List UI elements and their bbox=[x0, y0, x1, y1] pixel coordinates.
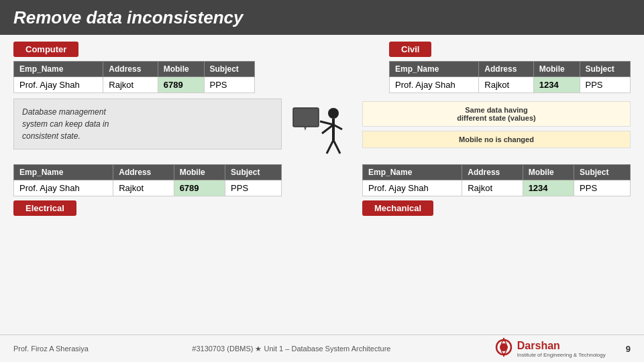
middle-row: Database managementsystem can keep data … bbox=[13, 99, 631, 162]
mechanical-td-mobile: 1234 bbox=[523, 180, 574, 196]
electrical-table: Emp_Name Address Mobile Subject Prof. Aj… bbox=[13, 164, 282, 196]
civil-table-header-row: Emp_Name Address Mobile Subject bbox=[390, 62, 631, 77]
svg-point-2 bbox=[328, 108, 339, 119]
civil-dept-label: Civil bbox=[389, 42, 431, 57]
computer-th-address: Address bbox=[103, 62, 158, 77]
computer-td-subject: PPS bbox=[204, 77, 255, 93]
callout-area: Same data havingdifferent state (values)… bbox=[362, 99, 631, 148]
mechanical-td-empname: Prof. Ajay Shah bbox=[363, 180, 462, 196]
electrical-td-address: Rajkot bbox=[113, 180, 174, 196]
computer-th-empname: Emp_Name bbox=[14, 62, 103, 77]
electrical-col: Emp_Name Address Mobile Subject Prof. Aj… bbox=[13, 164, 282, 216]
darshan-logo: Darshan Institute of Engineering & Techn… bbox=[494, 338, 606, 359]
computer-td-mobile: 6789 bbox=[158, 77, 204, 93]
civil-th-subject: Subject bbox=[580, 62, 631, 77]
bottom-tables-row: Emp_Name Address Mobile Subject Prof. Aj… bbox=[13, 164, 631, 216]
svg-line-8 bbox=[320, 121, 333, 125]
electrical-table-row: Prof. Ajay Shah Rajkot 6789 PPS bbox=[14, 180, 282, 196]
description-text: Database managementsystem can keep data … bbox=[22, 107, 109, 141]
callout-same-data: Same data havingdifferent state (values) bbox=[362, 101, 631, 127]
svg-line-4 bbox=[322, 125, 333, 133]
svg-marker-1 bbox=[304, 127, 307, 131]
electrical-th-empname: Emp_Name bbox=[14, 165, 113, 180]
footer-slide-info: #3130703 (DBMS) ★ Unit 1 – Database Syst… bbox=[192, 345, 390, 353]
footer-right: Darshan Institute of Engineering & Techn… bbox=[494, 338, 631, 359]
page-number: 9 bbox=[626, 344, 631, 354]
header-bar: Remove data inconsistency bbox=[0, 0, 644, 35]
electrical-table-header-row: Emp_Name Address Mobile Subject bbox=[14, 165, 282, 180]
civil-th-empname: Emp_Name bbox=[390, 62, 479, 77]
mechanical-th-subject: Subject bbox=[574, 165, 631, 180]
computer-table: Emp_Name Address Mobile Subject Prof. Aj… bbox=[13, 61, 255, 93]
civil-th-mobile: Mobile bbox=[533, 62, 580, 77]
middle-left: Database managementsystem can keep data … bbox=[13, 99, 282, 149]
mechanical-td-address: Rajkot bbox=[462, 180, 523, 196]
computer-th-subject: Subject bbox=[204, 62, 255, 77]
civil-th-address: Address bbox=[479, 62, 533, 77]
civil-td-mobile: 1234 bbox=[533, 77, 580, 93]
electrical-td-subject: PPS bbox=[225, 180, 282, 196]
mechanical-th-empname: Emp_Name bbox=[363, 165, 462, 180]
computer-td-address: Rajkot bbox=[103, 77, 158, 93]
page-title: Remove data inconsistency bbox=[13, 7, 243, 28]
mechanical-table-row: Prof. Ajay Shah Rajkot 1234 PPS bbox=[363, 180, 631, 196]
computer-col: Computer Emp_Name Address Mobile Subject… bbox=[13, 42, 255, 93]
person-figure-icon bbox=[292, 101, 352, 162]
mechanical-col: Emp_Name Address Mobile Subject Prof. Aj… bbox=[362, 164, 631, 216]
electrical-th-mobile: Mobile bbox=[174, 165, 225, 180]
content-area: Computer Emp_Name Address Mobile Subject… bbox=[0, 35, 644, 219]
darshan-logo-icon bbox=[494, 338, 513, 359]
civil-td-empname: Prof. Ajay Shah bbox=[390, 77, 479, 93]
electrical-th-subject: Subject bbox=[225, 165, 282, 180]
electrical-td-empname: Prof. Ajay Shah bbox=[14, 180, 113, 196]
mechanical-td-subject: PPS bbox=[574, 180, 631, 196]
footer-author: Prof. Firoz A Sherasiya bbox=[13, 345, 89, 353]
civil-table: Emp_Name Address Mobile Subject Prof. Aj… bbox=[389, 61, 631, 93]
civil-table-row: Prof. Ajay Shah Rajkot 1234 PPS bbox=[390, 77, 631, 93]
mechanical-th-address: Address bbox=[462, 165, 523, 180]
civil-td-subject: PPS bbox=[580, 77, 631, 93]
computer-dept-label: Computer bbox=[13, 42, 78, 57]
top-tables-row: Computer Emp_Name Address Mobile Subject… bbox=[13, 42, 631, 93]
mechanical-table-header-row: Emp_Name Address Mobile Subject bbox=[363, 165, 631, 180]
figure-area bbox=[282, 99, 362, 162]
computer-table-header-row: Emp_Name Address Mobile Subject bbox=[14, 62, 255, 77]
electrical-dept-label: Electrical bbox=[13, 200, 76, 216]
mechanical-th-mobile: Mobile bbox=[523, 165, 574, 180]
darshan-name: Darshan bbox=[517, 340, 606, 352]
svg-line-6 bbox=[327, 140, 333, 154]
callout-mobile-changed: Mobile no is changed bbox=[362, 131, 631, 148]
computer-th-mobile: Mobile bbox=[158, 62, 204, 77]
computer-table-row: Prof. Ajay Shah Rajkot 6789 PPS bbox=[14, 77, 255, 93]
electrical-td-mobile: 6789 bbox=[174, 180, 225, 196]
page: Remove data inconsistency Computer Emp_N… bbox=[0, 0, 644, 362]
svg-line-7 bbox=[333, 140, 340, 154]
civil-td-address: Rajkot bbox=[479, 77, 533, 93]
svg-rect-0 bbox=[293, 108, 319, 127]
darshan-subtitle: Institute of Engineering & Technology bbox=[517, 352, 606, 358]
mechanical-table: Emp_Name Address Mobile Subject Prof. Aj… bbox=[362, 164, 631, 196]
mechanical-dept-label: Mechanical bbox=[362, 200, 433, 216]
description-box: Database managementsystem can keep data … bbox=[13, 99, 282, 149]
computer-td-empname: Prof. Ajay Shah bbox=[14, 77, 103, 93]
electrical-th-address: Address bbox=[113, 165, 174, 180]
civil-col: Civil Emp_Name Address Mobile Subject Pr… bbox=[389, 42, 631, 93]
footer: Prof. Firoz A Sherasiya #3130703 (DBMS) … bbox=[0, 335, 644, 362]
